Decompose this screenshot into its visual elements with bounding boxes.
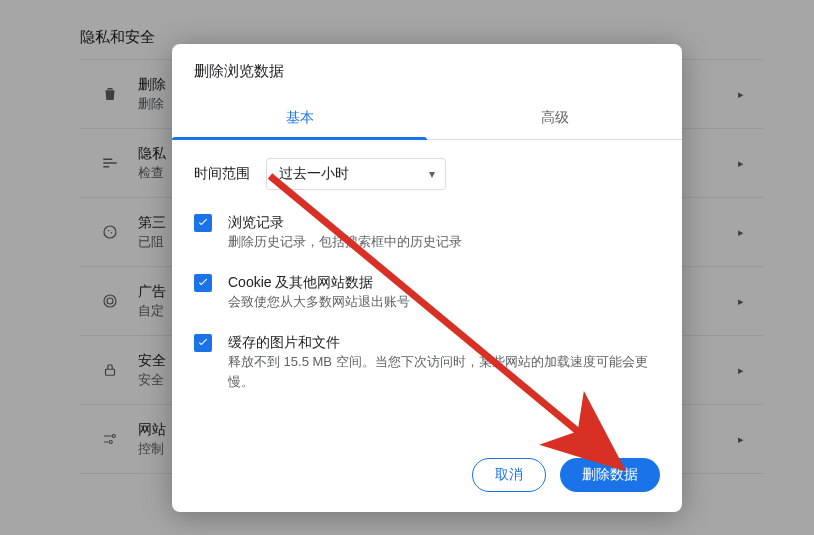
- delete-data-button[interactable]: 删除数据: [560, 458, 660, 492]
- dialog-title: 删除浏览数据: [172, 44, 682, 87]
- checkbox-cache[interactable]: [194, 334, 212, 352]
- time-range-label: 时间范围: [194, 165, 250, 183]
- check-row-history: 浏览记录删除历史记录，包括搜索框中的历史记录: [194, 212, 660, 252]
- time-range-select[interactable]: 过去一小时: [266, 158, 446, 190]
- check-title: Cookie 及其他网站数据: [228, 272, 410, 292]
- check-row-cache: 缓存的图片和文件释放不到 15.5 MB 空间。当您下次访问时，某些网站的加载速…: [194, 332, 660, 392]
- dialog-tabs: 基本 高级: [172, 97, 682, 140]
- check-sub: 释放不到 15.5 MB 空间。当您下次访问时，某些网站的加载速度可能会更慢。: [228, 352, 660, 392]
- check-sub: 删除历史记录，包括搜索框中的历史记录: [228, 232, 462, 252]
- check-row-cookies: Cookie 及其他网站数据会致使您从大多数网站退出账号: [194, 272, 660, 312]
- check-sub: 会致使您从大多数网站退出账号: [228, 292, 410, 312]
- check-title: 缓存的图片和文件: [228, 332, 660, 352]
- checkbox-history[interactable]: [194, 214, 212, 232]
- checkbox-cookies[interactable]: [194, 274, 212, 292]
- cancel-button[interactable]: 取消: [472, 458, 546, 492]
- check-title: 浏览记录: [228, 212, 462, 232]
- clear-data-dialog: 删除浏览数据 基本 高级 时间范围 过去一小时 浏览记录删除历史记录，包括搜索框…: [172, 44, 682, 512]
- tab-advanced[interactable]: 高级: [427, 97, 682, 139]
- tab-basic[interactable]: 基本: [172, 97, 427, 139]
